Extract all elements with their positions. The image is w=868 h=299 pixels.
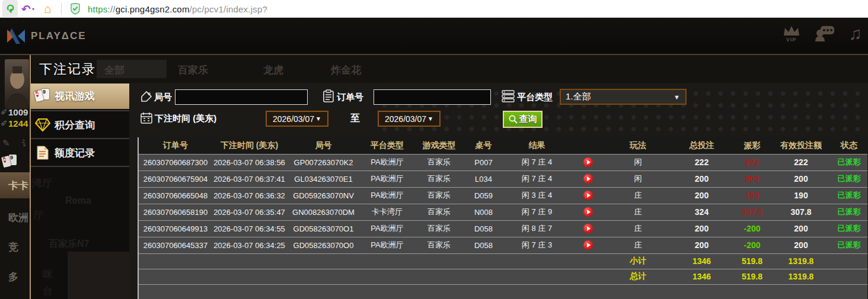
undo-arrow-icon: ↶ [21,2,31,16]
site-security-badge[interactable] [70,0,81,18]
cell-total-bet [671,284,733,299]
ghost-room-name: Rema [65,195,91,206]
cell-order-no: 260307060649913 [138,220,212,237]
menu-divider [31,166,129,167]
music-note-icon: ♫ [849,24,863,44]
lobby-tab-highlight [97,60,167,78]
browser-toolbar: ⟳ ↶ ▾ ⌂ https://gci.png4gsn2.com/pc/pcv1… [0,0,868,18]
platform-type-select[interactable]: 1.全部 ▼ [560,89,687,105]
reload-icon: ⟳ [4,4,17,13]
cell-bet-time [212,284,286,299]
cell-payout: 190 [733,187,771,204]
replay-button[interactable] [583,191,593,200]
cell-replay [571,237,605,253]
home-button[interactable]: ⌂ [44,0,52,18]
undo-dropdown-caret-icon: ▾ [32,7,34,12]
col-header-result: 结果 [503,137,571,154]
table-row: 总计1346519.81319.8 [138,269,867,284]
platform-list-icon [502,89,515,102]
music-button[interactable]: ♫ [849,24,863,44]
col-header-bet-time: 下注时间 (美东) [212,137,286,154]
col-header-valid-bet: 有效投注额 [771,137,831,154]
dropdown-caret-icon: ▼ [674,94,680,101]
sidebar-item-points-query[interactable]: 积分查询 [31,112,129,138]
user-avatar [5,59,29,109]
col-header-status: 状态 [831,137,867,154]
cell-status [831,284,867,299]
order-no-input[interactable] [374,89,491,105]
cell-table-no [464,253,503,269]
col-header-platform-type: 平台类型 [360,137,414,154]
table-body: 2603070606873002026-03-07 06:38:56GP0072… [138,154,867,299]
menu-divider [31,110,129,111]
replay-button[interactable] [583,157,593,167]
cell-platform-type: PA欧洲厅 [360,237,414,253]
cell-result: 闲 3 庄 4 [503,187,571,204]
records-table: 订单号下注时间 (美东)局号平台类型游戏类型桌号结果玩法总投注派彩有效投注额状态… [138,137,867,299]
cell-round-no: GN008263070DM [286,204,360,220]
cell-round-no [286,284,360,299]
cell-valid-bet: 222 [771,154,831,171]
sidebar-item-quota-records[interactable]: 额度记录 [31,140,129,166]
cell-bet-time: 2026-03-07 06:37:41 [212,171,286,187]
cell-game-type [414,284,464,299]
round-no-input[interactable] [175,89,308,105]
date-to-picker[interactable]: 2026/03/07 ▼ [378,111,441,127]
address-bar[interactable]: https://gci.png4gsn2.com/pc/pcv1/index.j… [88,0,267,18]
cell-replay [571,284,605,299]
cell-total-bet: 1346 [671,269,733,284]
col-header-table-no: 桌号 [464,137,503,154]
chat-person-icon [815,25,835,43]
bet-time-label: 下注时间 (美东) [155,113,216,124]
cell-round-no: GD058263070O0 [286,237,360,253]
cell-order-no: 260307060658190 [138,204,212,220]
cell-order-no [138,284,212,299]
cell-result: 闲 7 庄 4 [503,171,571,187]
reload-button[interactable]: ⟳ [2,0,18,18]
ghost-text: 台 [43,284,53,298]
lobby-tab-dragontiger: 龙虎 [263,63,283,77]
replay-button[interactable] [583,174,593,184]
cell-platform-type [360,269,414,284]
customer-service-button[interactable] [815,25,835,43]
playace-logo[interactable]: PLAYΔCE [6,27,87,45]
lobby-menu-europe: 欧洲 [0,204,30,230]
cell-replay [571,187,605,204]
ghost-text: 湾厅 [32,176,52,190]
video-games-cards-icon: 9K♥ [2,155,30,170]
table-row: 2603070606453372026-03-07 06:34:25GD0582… [138,237,867,253]
cell-round-no [286,269,360,284]
sidebar-item-video-games[interactable]: 9K♥ 视讯游戏 [31,83,129,109]
replay-button[interactable] [583,207,593,217]
date-from-picker[interactable]: 2026/03/07 ▼ [266,111,328,127]
search-button[interactable]: 查询 [503,111,542,128]
cell-result: 闲 7 庄 9 [503,204,571,220]
round-no-label: 局号 [154,92,172,103]
cell-game-type: 百家乐 [414,154,464,171]
cell-valid-bet: 190 [771,187,831,204]
back-button[interactable]: ↶ ▾ [21,0,34,18]
cell-table-no: L034 [464,171,503,187]
cell-game-type: 百家乐 [414,171,464,187]
vip-button[interactable]: VIP [783,25,800,43]
play-icon [587,176,591,181]
cell-play-type [605,284,671,299]
cell-game-type: 百家乐 [414,237,464,253]
cell-result: 闲 7 庄 4 [503,154,571,171]
url-separator: :// [108,4,116,14]
replay-button[interactable] [583,240,593,250]
toolbar-divider [61,3,62,15]
date-range-to-label: 至 [350,112,360,125]
modal-sidebar: 9K♥ 视讯游戏 积分查询 [31,83,129,299]
cell-table-no: D058 [464,237,503,253]
order-no-label: 订单号 [337,92,363,103]
url-host: gci.png4gsn2.com [116,4,190,14]
cell-replay [571,253,605,269]
cell-replay [571,204,605,220]
replay-button[interactable] [583,224,593,233]
cell-replay [571,220,605,237]
cell-payout: 519.8 [733,269,771,284]
cell-game-type [414,253,464,269]
ghost-dealer-photo [68,252,129,299]
cell-round-no: GD059263070NV [286,187,360,204]
